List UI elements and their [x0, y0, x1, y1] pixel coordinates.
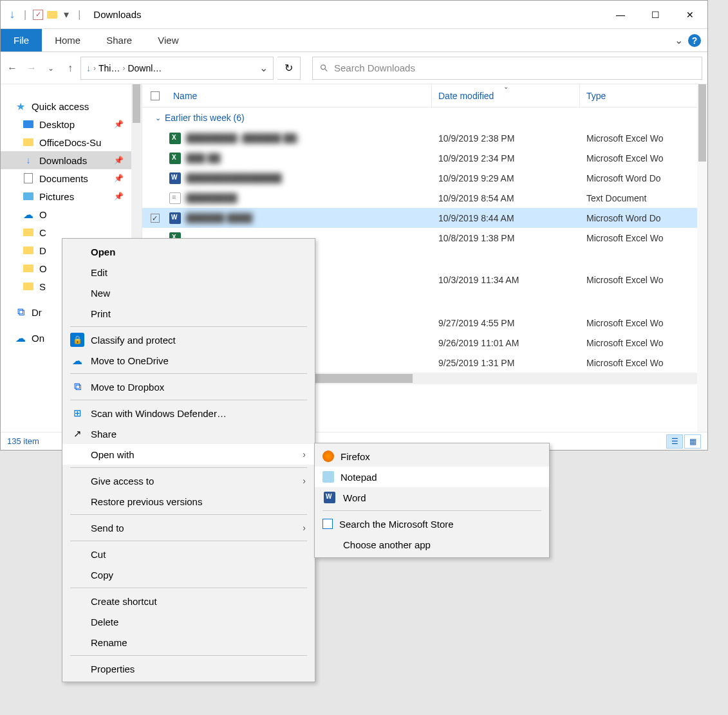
sub-word[interactable]: Word [315, 487, 549, 508]
file-type: Microsoft Excel Wo [580, 153, 707, 163]
ctx-open[interactable]: Open [62, 241, 315, 262]
file-row[interactable]: ██████ ████ 10/9/2019 8:44 AM Microsoft … [142, 208, 707, 228]
sub-firefox[interactable]: Firefox [315, 446, 549, 467]
tab-home[interactable]: Home [42, 29, 93, 51]
vertical-scrollbar[interactable] [697, 84, 707, 432]
ctx-edit[interactable]: Edit [62, 262, 315, 283]
ctx-print[interactable]: Print [62, 303, 315, 324]
download-arrow-icon: ↓ [86, 63, 91, 73]
ctx-create-shortcut[interactable]: Create shortcut [62, 591, 315, 611]
ctx-cut[interactable]: Cut [62, 544, 315, 564]
pin-icon: 📌 [114, 120, 124, 129]
onedrive-icon: ☁ [70, 353, 84, 367]
select-icon[interactable]: ✓ [33, 10, 43, 20]
search-input[interactable]: ⚲ Search Downloads [312, 57, 702, 80]
ctx-scan[interactable]: ⊞Scan with Windows Defender… [62, 403, 315, 423]
file-date: 10/3/2019 11:34 AM [432, 275, 580, 285]
ctx-give-access[interactable]: Give access to› [62, 470, 315, 491]
file-name: ████████ [186, 193, 432, 203]
sub-choose[interactable]: Choose another app [315, 534, 549, 555]
ctx-properties[interactable]: Properties [62, 658, 315, 679]
file-row[interactable]: ████████ (██████ ██) 10/9/2019 2:38 PM M… [142, 128, 707, 148]
minimize-button[interactable]: — [603, 2, 638, 28]
file-date: 10/9/2019 9:29 AM [432, 173, 580, 183]
chevron-right-icon[interactable]: › [93, 64, 96, 73]
excel-icon [169, 153, 181, 164]
nav-folder[interactable]: ☁O [1, 205, 142, 223]
up-button[interactable]: ↑ [64, 62, 77, 75]
column-date[interactable]: ⌄Date modified [432, 84, 580, 107]
nav-label: Desktop [39, 119, 75, 130]
file-date: 9/26/2019 11:01 AM [432, 338, 580, 348]
separator [70, 467, 307, 468]
ctx-copy[interactable]: Copy [62, 564, 315, 585]
download-arrow-icon: ↓ [7, 10, 17, 20]
file-date: 10/9/2019 8:54 AM [432, 193, 580, 203]
history-dropdown-icon[interactable]: ⌄ [44, 62, 57, 75]
back-button[interactable]: ← [6, 62, 19, 75]
file-row[interactable]: ███ ██ 10/9/2019 2:34 PM Microsoft Excel… [142, 148, 707, 168]
nav-downloads[interactable]: ↓ Downloads 📌 [1, 151, 142, 169]
file-type: Microsoft Excel Wo [580, 358, 707, 368]
file-name: ███ ██ [186, 153, 432, 163]
breadcrumb-segment[interactable]: Thi… [98, 63, 120, 73]
address-dropdown-icon[interactable]: ⌄ [259, 62, 268, 74]
ctx-send-to[interactable]: Send to› [62, 517, 315, 538]
chevron-right-icon[interactable]: › [122, 64, 125, 73]
help-icon[interactable]: ? [688, 34, 701, 47]
nav-label: OfficeDocs-Su [39, 137, 101, 148]
nav-documents[interactable]: Documents 📌 [1, 169, 142, 187]
context-menu: Open Edit New Print 🔒Classify and protec… [62, 238, 315, 682]
pin-icon: 📌 [114, 156, 124, 165]
ctx-new[interactable]: New [62, 283, 315, 303]
file-name: ██████ ████ [186, 213, 432, 223]
ctx-open-with[interactable]: Open with› [62, 444, 315, 465]
nav-label: D [39, 245, 46, 256]
defender-icon: ⊞ [70, 406, 84, 420]
ribbon-expand-icon[interactable]: ⌄ [675, 34, 683, 46]
breadcrumb-segment[interactable]: Downl… [127, 63, 162, 73]
folder-icon [47, 10, 57, 20]
tab-view[interactable]: View [145, 29, 191, 51]
file-date: 9/27/2019 4:55 PM [432, 318, 580, 328]
thumbnails-view-button[interactable]: ▦ [684, 434, 701, 449]
address-bar[interactable]: ↓ › Thi… › Downl… ⌄ [80, 57, 274, 80]
column-name[interactable]: Name [168, 84, 432, 107]
ctx-classify[interactable]: 🔒Classify and protect [62, 330, 315, 350]
separator [322, 510, 541, 511]
ctx-rename[interactable]: Rename [62, 632, 315, 653]
row-checkbox[interactable] [151, 214, 160, 223]
ctx-move-dropbox[interactable]: ⧉Move to Dropbox [62, 376, 315, 397]
tab-share[interactable]: Share [93, 29, 145, 51]
refresh-button[interactable]: ↻ [277, 57, 301, 80]
nav-desktop[interactable]: Desktop 📌 [1, 115, 142, 133]
forward-button[interactable]: → [25, 62, 38, 75]
ctx-move-onedrive[interactable]: ☁Move to OneDrive [62, 350, 315, 371]
desktop-icon [23, 120, 33, 128]
separator: | [24, 9, 26, 21]
details-view-button[interactable]: ☰ [666, 434, 683, 449]
nav-quick-access[interactable]: ★ Quick access [1, 97, 142, 115]
dropbox-icon: ⧉ [15, 306, 26, 318]
ctx-restore[interactable]: Restore previous versions [62, 491, 315, 512]
nav-pictures[interactable]: Pictures 📌 [1, 187, 142, 205]
select-all-checkbox[interactable] [151, 91, 160, 100]
file-row[interactable]: ████████ 10/9/2019 8:54 AM Text Document [142, 188, 707, 208]
word-icon [169, 212, 181, 224]
search-icon: ⚲ [317, 61, 331, 75]
sub-store[interactable]: Search the Microsoft Store [315, 514, 549, 534]
ctx-share[interactable]: ↗Share [62, 423, 315, 444]
nav-label: Downloads [39, 155, 87, 166]
column-type[interactable]: Type [580, 84, 707, 107]
nav-officedocs[interactable]: OfficeDocs-Su [1, 133, 142, 151]
onedrive-icon: ☁ [23, 209, 34, 220]
sub-notepad[interactable]: Notepad [315, 467, 549, 487]
group-header[interactable]: ⌄ Earlier this week (6) [142, 107, 707, 128]
file-row[interactable]: ███████████████ 10/9/2019 9:29 AM Micros… [142, 168, 707, 188]
tab-file[interactable]: File [1, 29, 42, 51]
close-button[interactable]: ✕ [673, 2, 707, 28]
maximize-button[interactable]: ☐ [638, 2, 673, 28]
folder-icon [23, 265, 33, 272]
ctx-delete[interactable]: Delete [62, 611, 315, 632]
qat-dropdown-icon[interactable]: ▾ [61, 10, 71, 20]
